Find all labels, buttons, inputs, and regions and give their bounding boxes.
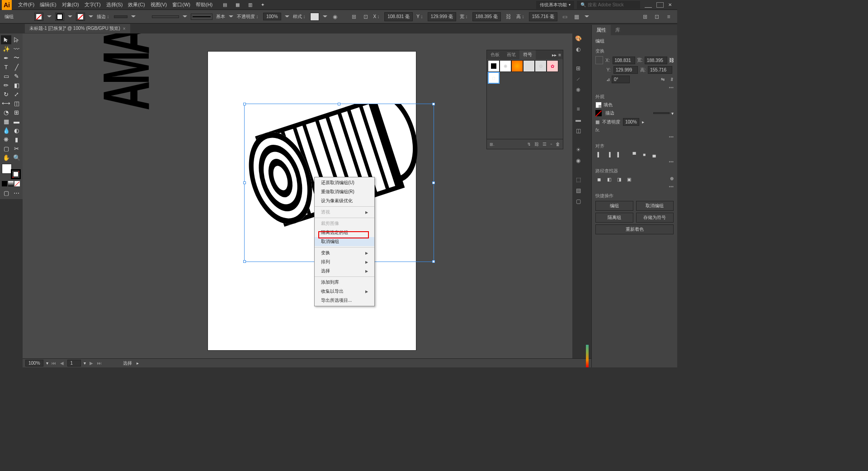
symbol-lib-icon[interactable]: ⊞.: [490, 142, 495, 147]
transform-icon[interactable]: ⊡: [362, 14, 370, 20]
resize-handle-tl[interactable]: [243, 103, 246, 105]
gradient-panel-icon[interactable]: ▬: [574, 116, 582, 124]
fill-color-icon[interactable]: [2, 164, 12, 174]
styles-panel-icon[interactable]: ◉: [574, 157, 582, 165]
workspace-switcher[interactable]: 传统基本功能▾: [536, 1, 574, 9]
hand-tool[interactable]: ✋: [1, 153, 11, 162]
flip-h-icon[interactable]: ⇋: [661, 77, 665, 82]
group-button[interactable]: 编组: [595, 201, 633, 211]
new-symbol-icon[interactable]: ▫: [550, 142, 552, 147]
zoom-level[interactable]: 100%: [25, 360, 43, 366]
align-vcenter-icon[interactable]: ■: [641, 151, 648, 157]
align-icon[interactable]: ⊞: [350, 14, 358, 20]
more-options-icon[interactable]: •••: [595, 159, 674, 164]
props-w-input[interactable]: 188.395: [645, 57, 667, 64]
layers-panel-icon[interactable]: ⬚: [574, 176, 582, 184]
symbol-thumb[interactable]: ❋: [500, 60, 511, 72]
menu-type[interactable]: 文字(T): [82, 1, 104, 8]
stroke-color-dropdown-icon[interactable]: [89, 15, 93, 20]
flip-v-icon[interactable]: ⥯: [670, 77, 674, 82]
symbol-thumb[interactable]: ⬚: [488, 72, 500, 84]
asset-panel-icon[interactable]: ▤: [574, 186, 582, 195]
symbols-panel-icon[interactable]: ❋: [574, 86, 582, 94]
stroke-weight-input[interactable]: [653, 112, 670, 114]
eraser-tool[interactable]: ◧: [11, 81, 22, 90]
isolate-button[interactable]: 隔离组: [595, 213, 633, 223]
more-options-icon[interactable]: •••: [595, 134, 674, 139]
align-top-icon[interactable]: ▀: [631, 151, 638, 157]
props-h-input[interactable]: 155.716: [648, 66, 672, 74]
exclude-icon[interactable]: ▣: [625, 176, 632, 182]
link-wh-icon[interactable]: ⛓: [505, 14, 513, 20]
appearance-panel-icon[interactable]: ☀: [574, 146, 582, 154]
ctx-transform[interactable]: 变换▶: [315, 248, 374, 257]
resize-handle-ml[interactable]: [243, 181, 246, 184]
search-stock-input[interactable]: 🔍搜索 Adobe Stock: [577, 1, 640, 9]
props-rotate-input[interactable]: 0°: [612, 76, 630, 83]
align-right-icon[interactable]: ▌: [615, 151, 623, 157]
artboard-tool[interactable]: ▢: [1, 144, 11, 153]
properties-tab[interactable]: 属性: [592, 25, 611, 35]
zoom-tool[interactable]: 🔍: [11, 153, 22, 162]
menu-select[interactable]: 选择(S): [104, 1, 126, 8]
symbol-thumb[interactable]: [488, 60, 500, 72]
more-options-icon[interactable]: •••: [595, 184, 674, 189]
setup-icon[interactable]: ⊞: [641, 14, 649, 20]
x-input[interactable]: 108.831 毫: [384, 12, 413, 21]
panel-menu-icon[interactable]: ≡: [558, 52, 561, 57]
recolor-button[interactable]: 重新着色: [595, 224, 674, 234]
props-opacity-input[interactable]: 100%: [623, 118, 639, 126]
graphic-style[interactable]: [310, 13, 319, 21]
stroke-profile[interactable]: [191, 14, 212, 20]
slice-tool[interactable]: ✂: [11, 144, 22, 153]
window-minimize-icon[interactable]: [645, 2, 652, 8]
h-input[interactable]: 155.716 毫: [529, 12, 557, 21]
swatches-tab[interactable]: 色板: [487, 50, 503, 59]
fill-stroke-control[interactable]: [1, 164, 22, 179]
width-tool[interactable]: ⟷: [1, 99, 11, 108]
menu-help[interactable]: 帮助(H): [193, 1, 215, 8]
edit-toolbar-icon[interactable]: ⋯: [11, 188, 22, 197]
gpu-icon[interactable]: ✦: [259, 2, 267, 8]
gradient-icon[interactable]: [8, 181, 14, 186]
more-options-icon[interactable]: •••: [595, 85, 674, 90]
fill-swatch[interactable]: [34, 13, 43, 21]
stroke-color-swatch[interactable]: [76, 13, 85, 21]
artboard-dropdown-icon[interactable]: ▾: [84, 361, 86, 366]
none-color-icon[interactable]: [14, 181, 20, 186]
symbols-tab[interactable]: 符号: [519, 50, 536, 59]
fill-dropdown-icon[interactable]: [47, 15, 52, 20]
document-tab[interactable]: 未标题-1 [已恢复]* @ 100% (RGB/GPU 预览) ×: [25, 24, 130, 33]
opacity-arrow-icon[interactable]: ▸: [642, 119, 644, 124]
w-input[interactable]: 188.395 毫: [472, 12, 501, 21]
ctx-select[interactable]: 选择▶: [315, 266, 374, 276]
symbol-thumb[interactable]: [511, 60, 523, 72]
stroke-profile-dropdown-icon[interactable]: [229, 15, 233, 20]
transform-dropdown-icon[interactable]: [585, 15, 589, 20]
brush-input[interactable]: [152, 15, 179, 18]
save-symbol-button[interactable]: 存储为符号: [636, 213, 674, 223]
stroke-panel-icon[interactable]: ≡: [574, 105, 582, 113]
style-dropdown-icon[interactable]: [323, 15, 327, 20]
ctx-pixel-optimize[interactable]: 设为像素级优化: [315, 196, 374, 205]
curvature-tool[interactable]: 〜: [11, 53, 22, 62]
eyedropper-tool[interactable]: 💧: [1, 126, 11, 135]
color-guide-icon[interactable]: ◐: [574, 45, 582, 53]
resize-handle-br[interactable]: [432, 260, 435, 263]
resize-handle-tc[interactable]: [338, 103, 340, 105]
fx-label[interactable]: fx.: [595, 128, 600, 133]
break-link-icon[interactable]: ⛓: [534, 142, 539, 147]
transform2-icon[interactable]: ▦: [573, 14, 581, 20]
ctx-undo[interactable]: 还原取消编组(U): [315, 178, 374, 187]
rotate-tool[interactable]: ↻: [1, 90, 11, 99]
selection-tool[interactable]: [1, 35, 11, 44]
arrange-icon[interactable]: ▥: [246, 2, 254, 8]
expand-icon[interactable]: ⊕: [670, 176, 674, 182]
magic-wand-tool[interactable]: ✨: [1, 44, 11, 53]
graph-tool[interactable]: ▮: [11, 135, 22, 144]
window-close-icon[interactable]: ✕: [668, 2, 675, 8]
ctx-ungroup[interactable]: 取消编组: [315, 237, 374, 246]
opacity-dropdown-icon[interactable]: [285, 15, 289, 20]
brushes-tab[interactable]: 画笔: [503, 50, 519, 59]
color-panel-icon[interactable]: 🎨: [574, 34, 582, 43]
